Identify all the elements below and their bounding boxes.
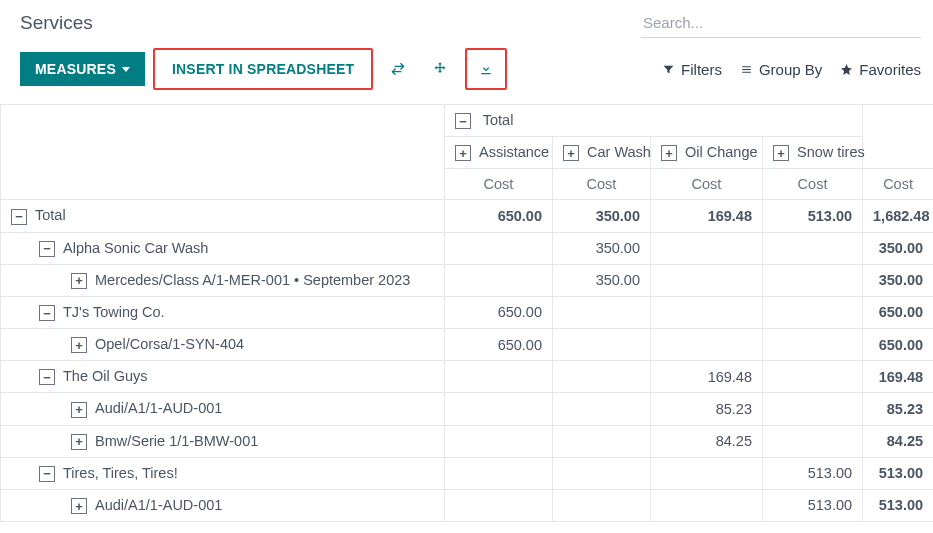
col-total-header[interactable]: Total: [445, 105, 863, 137]
value-cell: 513.00: [763, 489, 863, 521]
value-cell: [445, 425, 553, 457]
value-cell: [763, 425, 863, 457]
collapse-icon[interactable]: [455, 113, 471, 129]
table-row: Tires, Tires, Tires!513.00513.00: [1, 457, 934, 489]
group-by-label: Group By: [759, 61, 822, 78]
expand-all-button[interactable]: [423, 52, 457, 86]
measure-header[interactable]: Cost: [553, 169, 651, 200]
collapse-icon[interactable]: [39, 369, 55, 385]
list-icon: [740, 63, 753, 76]
value-cell: 84.25: [651, 425, 763, 457]
row-label: Audi/A1/1-AUD-001: [95, 400, 222, 416]
insert-spreadsheet-button[interactable]: INSERT IN SPREADSHEET: [157, 52, 369, 86]
col-group-label: Oil Change: [685, 144, 758, 160]
filter-icon: [662, 63, 675, 76]
row-label: TJ's Towing Co.: [63, 304, 165, 320]
pivot-table: Total AssistanceCar WashOil ChangeSnow t…: [0, 104, 933, 522]
grand-total-col: [863, 105, 933, 169]
value-cell: [763, 393, 863, 425]
move-icon: [432, 61, 448, 77]
value-cell: 85.23: [863, 393, 933, 425]
row-label-cell[interactable]: Total: [1, 200, 445, 232]
value-cell: [553, 457, 651, 489]
table-row: Audi/A1/1-AUD-001513.00513.00: [1, 489, 934, 521]
measures-label: MEASURES: [35, 61, 116, 77]
value-cell: 513.00: [763, 457, 863, 489]
collapse-icon[interactable]: [11, 209, 27, 225]
row-label: Tires, Tires, Tires!: [63, 465, 178, 481]
favorites-button[interactable]: Favorites: [840, 61, 921, 78]
value-cell: [651, 457, 763, 489]
collapse-icon[interactable]: [39, 305, 55, 321]
value-cell: 350.00: [553, 232, 651, 264]
row-label-cell[interactable]: Audi/A1/1-AUD-001: [1, 393, 445, 425]
row-label: Audi/A1/1-AUD-001: [95, 497, 222, 513]
row-label-cell[interactable]: Opel/Corsa/1-SYN-404: [1, 329, 445, 361]
measure-header[interactable]: Cost: [763, 169, 863, 200]
value-cell: 650.00: [445, 329, 553, 361]
page-title: Services: [20, 12, 93, 34]
value-cell: 650.00: [445, 200, 553, 232]
value-cell: 84.25: [863, 425, 933, 457]
expand-icon[interactable]: [71, 498, 87, 514]
table-row: Opel/Corsa/1-SYN-404650.00650.00: [1, 329, 934, 361]
col-group-header[interactable]: Oil Change: [651, 137, 763, 169]
measure-header[interactable]: Cost: [863, 169, 933, 200]
col-group-label: Assistance: [479, 144, 549, 160]
expand-icon[interactable]: [71, 273, 87, 289]
measure-header[interactable]: Cost: [445, 169, 553, 200]
row-label-cell[interactable]: TJ's Towing Co.: [1, 296, 445, 328]
collapse-icon[interactable]: [39, 466, 55, 482]
group-by-button[interactable]: Group By: [740, 61, 822, 78]
star-icon: [840, 63, 853, 76]
search-input[interactable]: [641, 8, 921, 38]
expand-icon[interactable]: [661, 145, 677, 161]
swap-icon: [390, 61, 406, 77]
row-label-cell[interactable]: Tires, Tires, Tires!: [1, 457, 445, 489]
expand-icon[interactable]: [71, 402, 87, 418]
table-row: Alpha Sonic Car Wash350.00350.00: [1, 232, 934, 264]
value-cell: [553, 393, 651, 425]
row-label-cell[interactable]: Alpha Sonic Car Wash: [1, 232, 445, 264]
col-group-header[interactable]: Car Wash: [553, 137, 651, 169]
expand-icon[interactable]: [71, 337, 87, 353]
value-cell: [445, 393, 553, 425]
row-label-cell[interactable]: Bmw/Serie 1/1-BMW-001: [1, 425, 445, 457]
expand-icon[interactable]: [71, 434, 87, 450]
expand-icon[interactable]: [455, 145, 471, 161]
col-total-label: Total: [483, 112, 514, 128]
row-label: The Oil Guys: [63, 368, 148, 384]
flip-axis-button[interactable]: [381, 52, 415, 86]
collapse-icon[interactable]: [39, 241, 55, 257]
measure-header[interactable]: Cost: [651, 169, 763, 200]
caret-down-icon: [122, 67, 130, 72]
expand-icon[interactable]: [563, 145, 579, 161]
value-cell: 169.48: [863, 361, 933, 393]
highlight-insert-spreadsheet: INSERT IN SPREADSHEET: [153, 48, 373, 90]
measures-button[interactable]: MEASURES: [20, 52, 145, 86]
value-cell: [651, 489, 763, 521]
table-row: TJ's Towing Co.650.00650.00: [1, 296, 934, 328]
filters-label: Filters: [681, 61, 722, 78]
col-group-header[interactable]: Snow tires: [763, 137, 863, 169]
download-button[interactable]: [469, 52, 503, 86]
col-group-label: Car Wash: [587, 144, 651, 160]
table-row: Bmw/Serie 1/1-BMW-00184.2584.25: [1, 425, 934, 457]
value-cell: [445, 489, 553, 521]
row-label-cell[interactable]: The Oil Guys: [1, 361, 445, 393]
value-cell: 169.48: [651, 200, 763, 232]
row-label: Total: [35, 207, 66, 223]
expand-icon[interactable]: [773, 145, 789, 161]
value-cell: [445, 361, 553, 393]
row-label-cell[interactable]: Audi/A1/1-AUD-001: [1, 489, 445, 521]
value-cell: 650.00: [445, 296, 553, 328]
row-label-cell[interactable]: Mercedes/Class A/1-MER-001 • September 2…: [1, 264, 445, 296]
value-cell: [445, 457, 553, 489]
value-cell: [651, 296, 763, 328]
filters-button[interactable]: Filters: [662, 61, 722, 78]
col-group-header[interactable]: Assistance: [445, 137, 553, 169]
value-cell: [763, 296, 863, 328]
value-cell: [553, 296, 651, 328]
pivot-corner: [1, 105, 445, 200]
table-row: Total650.00350.00169.48513.001,682.48: [1, 200, 934, 232]
